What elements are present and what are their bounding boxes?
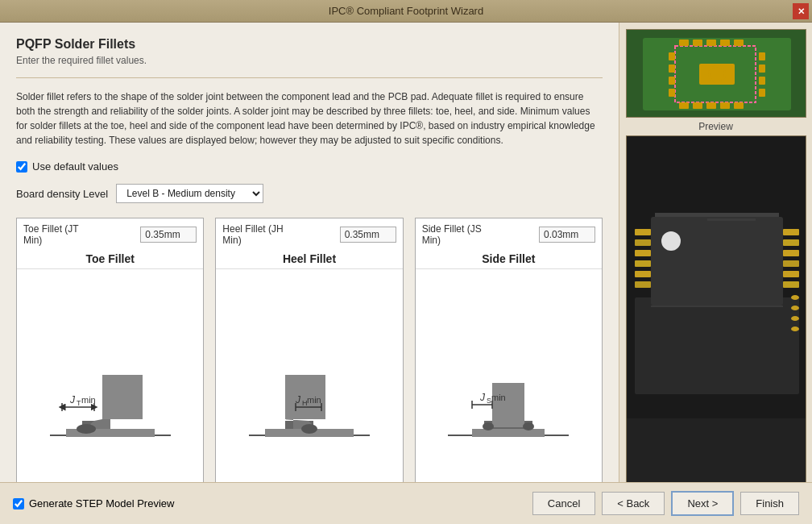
heel-fillet-panel: Heel Fillet (JH Min) Heel Fillet: [215, 218, 403, 509]
svg-rect-51: [669, 77, 675, 85]
use-default-label: Use default values: [32, 160, 118, 173]
svg-point-70: [791, 306, 799, 310]
svg-rect-55: [759, 77, 765, 85]
main-container: PQFP Solder Fillets Enter the required f…: [0, 23, 812, 524]
svg-point-5: [77, 424, 96, 434]
svg-rect-45: [693, 102, 702, 109]
title-bar: IPC® Compliant Footprint Wizard ✕: [0, 0, 812, 23]
page-title: PQFP Solder Fillets: [16, 37, 603, 52]
heel-fillet-title: Heel Fillet: [216, 249, 402, 269]
svg-text:min: min: [307, 395, 321, 405]
svg-point-17: [301, 424, 317, 434]
svg-rect-65: [783, 250, 799, 256]
close-button[interactable]: ✕: [793, 3, 809, 19]
density-row: Board density Level Level B - Medium den…: [16, 184, 603, 203]
bottom-bar-right: Cancel < Back Next > Finish: [532, 491, 799, 516]
svg-point-72: [791, 326, 799, 331]
svg-point-29: [523, 422, 534, 430]
next-button[interactable]: Next >: [671, 491, 734, 516]
cancel-button[interactable]: Cancel: [532, 492, 595, 515]
toe-fillet-panel: Toe Fillet (JT Min) Toe Fillet: [16, 218, 204, 509]
svg-point-79: [661, 231, 681, 251]
side-fillet-header: Side Fillet (JS Min): [416, 218, 602, 249]
description-text: Solder fillet refers to the shape of the…: [16, 89, 603, 148]
back-button[interactable]: < Back: [602, 492, 665, 515]
svg-rect-25: [472, 429, 545, 437]
use-default-checkbox[interactable]: [16, 161, 27, 173]
fillet-panels: Toe Fillet (JT Min) Toe Fillet: [16, 218, 603, 509]
svg-text:min: min: [81, 395, 96, 405]
svg-rect-44: [679, 102, 689, 109]
svg-rect-73: [635, 229, 651, 235]
density-select[interactable]: Level B - Medium density Level A - Maxim…: [116, 184, 263, 203]
svg-rect-78: [635, 281, 651, 288]
svg-point-71: [791, 316, 799, 321]
side-fillet-panel: Side Fillet (JS Min) Side Fillet: [415, 218, 603, 509]
svg-rect-52: [669, 89, 675, 97]
toe-fillet-title: Toe Fillet: [17, 249, 203, 269]
svg-rect-54: [759, 64, 765, 73]
bottom-bar: Generate STEP Model Preview Cancel < Bac…: [0, 482, 812, 524]
svg-rect-61: [651, 217, 783, 306]
finish-button[interactable]: Finish: [740, 492, 799, 515]
heel-fillet-header: Heel Fillet (JH Min): [216, 218, 402, 249]
svg-rect-67: [783, 271, 799, 277]
svg-rect-76: [635, 260, 651, 267]
svg-rect-81: [651, 306, 783, 307]
svg-rect-80: [707, 218, 756, 221]
svg-rect-49: [669, 52, 675, 60]
heel-fillet-input[interactable]: [340, 227, 396, 243]
preview-bottom-image: [626, 135, 806, 492]
svg-rect-27: [492, 383, 524, 427]
svg-rect-60: [635, 297, 799, 394]
svg-rect-53: [759, 52, 765, 60]
svg-rect-43: [734, 40, 744, 46]
use-default-row: Use default values: [16, 160, 603, 173]
svg-point-28: [483, 422, 494, 430]
left-panel: PQFP Solder Fillets Enter the required f…: [0, 23, 619, 524]
heel-fillet-diagram: J H min: [216, 269, 402, 509]
svg-rect-50: [669, 64, 675, 73]
svg-rect-56: [759, 89, 765, 97]
svg-rect-77: [635, 271, 651, 277]
toe-fillet-label: Toe Fillet (JT Min): [23, 223, 134, 246]
svg-rect-40: [693, 40, 702, 46]
side-fillet-title: Side Fillet: [416, 249, 602, 269]
svg-rect-3: [102, 375, 143, 419]
right-panel: Preview: [619, 23, 812, 524]
divider: [16, 77, 603, 78]
svg-rect-68: [783, 281, 799, 288]
toe-fillet-input[interactable]: [140, 227, 197, 243]
page-subtitle: Enter the required fillet values.: [16, 55, 603, 66]
toe-fillet-header: Toe Fillet (JT Min): [17, 218, 203, 249]
svg-rect-75: [635, 250, 651, 256]
side-fillet-diagram: J S min: [416, 269, 602, 509]
density-label: Board density Level: [16, 188, 108, 200]
svg-rect-63: [783, 229, 799, 235]
svg-rect-48: [734, 102, 744, 109]
svg-text:J: J: [69, 394, 76, 405]
svg-rect-41: [706, 40, 716, 46]
side-fillet-input[interactable]: [539, 227, 595, 243]
heel-fillet-label: Heel Fillet (JH Min): [222, 223, 333, 246]
bottom-bar-left: Generate STEP Model Preview: [13, 497, 532, 509]
svg-rect-47: [720, 102, 730, 109]
toe-fillet-diagram: J T min: [17, 269, 203, 509]
generate-step-checkbox[interactable]: [13, 498, 24, 509]
title-bar-text: IPC® Compliant Footprint Wizard: [329, 5, 483, 17]
svg-rect-74: [635, 239, 651, 246]
svg-text:min: min: [491, 393, 506, 402]
svg-rect-62: [655, 213, 779, 217]
svg-rect-39: [679, 40, 689, 46]
svg-text:J: J: [479, 392, 486, 403]
svg-point-69: [791, 295, 799, 300]
preview-top-image: [626, 29, 806, 118]
generate-step-label: Generate STEP Model Preview: [29, 497, 174, 509]
side-fillet-label: Side Fillet (JS Min): [422, 223, 532, 246]
svg-rect-46: [706, 102, 716, 109]
svg-rect-42: [720, 40, 730, 46]
svg-rect-66: [783, 260, 799, 267]
svg-rect-64: [783, 239, 799, 246]
preview-label: Preview: [698, 121, 733, 132]
